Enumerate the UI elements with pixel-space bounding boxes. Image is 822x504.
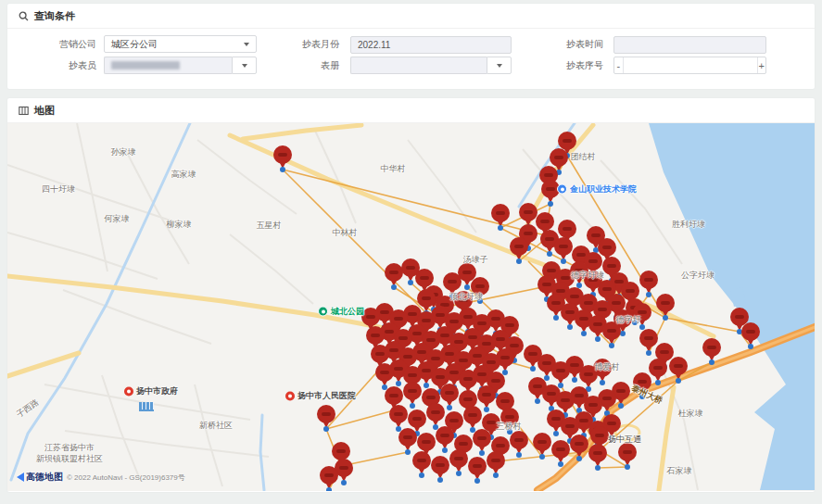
meter-point-marker[interactable] — [431, 456, 449, 480]
marker-inner-label — [602, 246, 612, 249]
meter-point-marker[interactable] — [412, 451, 431, 475]
meter-point-marker[interactable] — [403, 382, 422, 406]
poi-label: 城北公园 — [331, 306, 364, 318]
marker-inner-label — [394, 412, 403, 416]
marker-inner-label — [477, 436, 487, 440]
marker-inner-label — [707, 346, 716, 349]
meter-point-marker[interactable] — [649, 359, 667, 383]
book-select[interactable] — [350, 57, 512, 74]
meter-point-marker[interactable] — [389, 405, 408, 429]
meter-point-marker[interactable] — [702, 338, 721, 362]
meter-point-marker[interactable] — [588, 444, 607, 468]
marker-anchor-dot — [609, 343, 614, 348]
meter-point-marker[interactable] — [618, 443, 637, 467]
meter-point-marker[interactable] — [320, 466, 338, 490]
meter-point-marker[interactable] — [533, 433, 551, 457]
marker-inner-label — [491, 379, 500, 383]
meter-point-marker[interactable] — [426, 403, 445, 427]
meter-point-marker[interactable] — [487, 451, 505, 475]
marker-inner-label — [380, 371, 389, 374]
marker-anchor-dot — [530, 366, 536, 372]
marker-anchor-dot — [323, 426, 329, 432]
marker-inner-label — [389, 271, 398, 274]
meter-point-marker[interactable] — [669, 357, 688, 381]
marker-inner-label — [385, 330, 394, 334]
meter-point-marker[interactable] — [473, 429, 491, 453]
meter-point-marker[interactable] — [463, 406, 482, 430]
meter-point-marker[interactable] — [639, 271, 658, 295]
marker-inner-label — [579, 317, 588, 321]
serial-input[interactable] — [624, 57, 757, 73]
marker-inner-label — [475, 284, 485, 288]
book-dropdown-button[interactable] — [487, 57, 512, 74]
marker-inner-label — [653, 366, 663, 370]
marker-inner-label — [561, 276, 570, 280]
meter-point-marker[interactable] — [491, 204, 510, 228]
meter-point-marker[interactable] — [273, 145, 292, 170]
serial-minus-button[interactable]: - — [614, 57, 624, 73]
time-input[interactable] — [613, 36, 766, 54]
map-place-label: 中林村 — [333, 227, 358, 239]
marker-inner-label — [412, 332, 422, 335]
meter-point-marker[interactable] — [449, 449, 468, 473]
meter-point-marker[interactable] — [436, 426, 454, 450]
marker-inner-label — [602, 397, 612, 400]
meter-point-marker[interactable] — [551, 440, 570, 464]
marker-anchor-dot — [646, 350, 651, 356]
park-poi-icon — [318, 307, 328, 317]
map-place-label: 扬中互通 — [608, 434, 641, 446]
meter-point-marker[interactable] — [551, 361, 570, 385]
marker-anchor-dot — [618, 403, 624, 409]
meter-point-marker[interactable] — [741, 322, 760, 346]
meter-point-marker[interactable] — [656, 294, 675, 318]
marker-inner-label — [468, 413, 477, 417]
marker-inner-label — [278, 153, 287, 157]
marker-anchor-dot — [498, 225, 503, 231]
map-place-label: 顶北圩埭 — [449, 291, 483, 303]
marker-inner-label — [422, 440, 431, 444]
meter-point-marker[interactable] — [510, 431, 528, 455]
marker-inner-label — [477, 321, 487, 325]
serial-plus-button[interactable]: + — [757, 57, 766, 73]
marker-anchor-dot — [625, 464, 630, 470]
meter-point-marker[interactable] — [554, 237, 573, 261]
meter-point-marker[interactable] — [385, 263, 403, 287]
major-road — [7, 276, 394, 330]
chevron-down-icon — [242, 64, 247, 68]
meter-point-marker[interactable] — [375, 363, 394, 387]
map-place-label: 新桥社区 — [199, 420, 233, 432]
query-panel-title: 查询条件 — [34, 9, 75, 23]
marker-inner-label — [473, 354, 482, 358]
marker-inner-label — [375, 352, 385, 356]
meter-point-marker[interactable] — [510, 237, 528, 261]
map-poi[interactable]: 金山职业技术学院 — [557, 183, 637, 195]
map-poi[interactable] — [139, 402, 154, 411]
marker-inner-label — [463, 377, 473, 381]
marker-inner-label — [445, 352, 454, 356]
month-input[interactable] — [350, 36, 512, 54]
marker-anchor-dot — [456, 471, 462, 476]
book-label: 表册 — [278, 57, 339, 74]
marker-anchor-dot — [408, 280, 413, 285]
reader-dropdown-button[interactable] — [232, 57, 257, 74]
poi-label: 扬中市政府 — [136, 385, 178, 397]
map-canvas[interactable]: 孙家埭高家埭四十圩埭何家埭柳家埭五星村中华村中林村团结村胜利圩埭公字圩埭德字圩埭… — [7, 123, 815, 491]
marker-inner-label — [584, 372, 593, 376]
reader-select[interactable] — [104, 57, 257, 74]
map-poi[interactable]: 扬中市人民医院 — [285, 390, 356, 402]
marker-inner-label — [468, 335, 477, 339]
map-poi[interactable]: 扬中市政府 — [124, 385, 178, 397]
map-place-label: 孙家埭 — [111, 146, 136, 158]
meter-point-marker[interactable] — [570, 435, 588, 459]
meter-point-marker[interactable] — [468, 457, 487, 481]
marker-inner-label — [431, 410, 440, 414]
company-label: 营销公司 — [35, 35, 96, 53]
company-select[interactable]: 城区分公司 — [104, 35, 257, 53]
meter-point-marker[interactable] — [398, 428, 417, 452]
marker-anchor-dot — [341, 480, 347, 485]
marker-anchor-dot — [646, 292, 651, 297]
map-poi[interactable]: 城北公园 — [318, 306, 364, 318]
marker-anchor-dot — [748, 344, 753, 349]
marker-inner-label — [674, 364, 683, 368]
meter-point-marker[interactable] — [317, 405, 335, 429]
